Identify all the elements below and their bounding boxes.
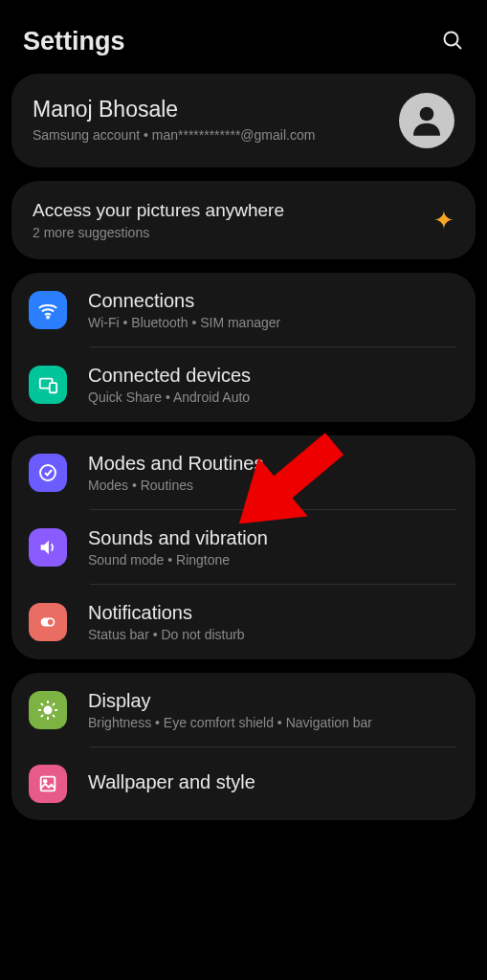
setting-notifications[interactable]: Notifications Status bar • Do not distur… [11,585,476,659]
setting-sounds-vibration[interactable]: Sounds and vibration Sound mode • Ringto… [11,510,476,585]
setting-title: Modes and Routines [88,453,456,475]
profile-name: Manoj Bhosale [33,97,386,122]
svg-point-19 [44,780,47,783]
setting-sub: Wi-Fi • Bluetooth • SIM manager [88,315,456,330]
search-icon [441,29,464,52]
routines-icon [29,454,67,492]
svg-line-15 [53,715,55,717]
setting-title: Connections [88,290,456,312]
svg-line-1 [456,44,461,49]
setting-title: Notifications [88,602,456,624]
profile-info: Manoj Bhosale Samsung account • man*****… [33,97,386,145]
svg-rect-5 [50,383,56,392]
suggestion-title: Access your pictures anywhere [33,200,284,221]
avatar [399,93,454,148]
header: Settings [0,0,487,74]
setting-title: Wallpaper and style [88,771,456,793]
display-icon [29,691,67,729]
wallpaper-icon [29,765,67,803]
setting-content: Display Brightness • Eye comfort shield … [88,690,456,730]
svg-point-2 [420,107,434,122]
svg-rect-18 [41,777,55,791]
svg-line-14 [41,703,43,705]
setting-title: Connected devices [88,365,456,387]
svg-point-3 [47,317,49,319]
svg-line-17 [53,703,55,705]
setting-sub: Quick Share • Android Auto [88,390,456,405]
setting-sub: Brightness • Eye comfort shield • Naviga… [88,715,456,730]
sparkle-icon: ✦ [433,206,454,235]
setting-modes-routines[interactable]: Modes and Routines Modes • Routines [11,435,476,510]
setting-wallpaper-style[interactable]: Wallpaper and style [11,747,476,820]
suggestion-sub: 2 more suggestions [33,225,284,240]
suggestion-card[interactable]: Access your pictures anywhere 2 more sug… [11,181,476,259]
setting-content: Connections Wi-Fi • Bluetooth • SIM mana… [88,290,456,330]
settings-group-3: Display Brightness • Eye comfort shield … [11,673,476,820]
person-icon [407,100,447,141]
notifications-icon [29,603,67,641]
setting-sub: Sound mode • Ringtone [88,552,456,568]
setting-sub: Modes • Routines [88,478,456,493]
suggestion-text-block: Access your pictures anywhere 2 more sug… [33,200,284,240]
devices-icon [29,366,67,404]
setting-title: Display [88,690,456,712]
profile-card[interactable]: Manoj Bhosale Samsung account • man*****… [11,74,476,167]
setting-content: Connected devices Quick Share • Android … [88,365,456,405]
settings-group-2: Modes and Routines Modes • Routines Soun… [11,435,476,659]
svg-point-0 [445,32,458,45]
setting-sub: Status bar • Do not disturb [88,627,456,642]
wifi-icon [29,291,67,329]
sound-icon [29,528,67,567]
setting-title: Sounds and vibration [88,527,456,549]
setting-connections[interactable]: Connections Wi-Fi • Bluetooth • SIM mana… [11,273,476,347]
search-button[interactable] [441,29,464,56]
setting-connected-devices[interactable]: Connected devices Quick Share • Android … [11,347,476,422]
setting-display[interactable]: Display Brightness • Eye comfort shield … [11,673,476,747]
page-title: Settings [23,27,125,56]
svg-point-8 [48,619,54,625]
profile-subtitle: Samsung account • man************@gmail.… [33,126,386,145]
svg-point-9 [44,706,53,715]
setting-content: Sounds and vibration Sound mode • Ringto… [88,527,456,568]
setting-content: Notifications Status bar • Do not distur… [88,602,456,642]
settings-group-1: Connections Wi-Fi • Bluetooth • SIM mana… [11,273,476,422]
setting-content: Modes and Routines Modes • Routines [88,453,456,493]
setting-content: Wallpaper and style [88,771,456,796]
svg-point-6 [40,465,55,480]
svg-line-16 [41,715,43,717]
